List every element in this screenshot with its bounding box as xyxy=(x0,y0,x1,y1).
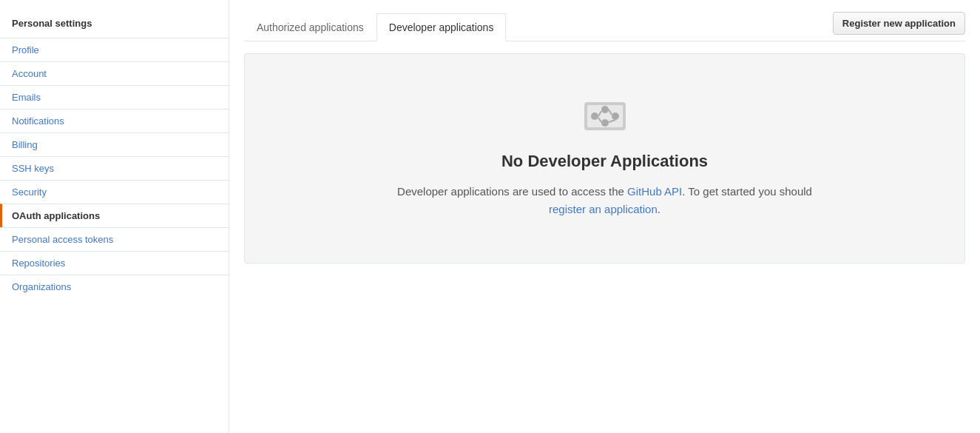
svg-point-3 xyxy=(601,106,609,113)
svg-point-2 xyxy=(591,113,598,120)
empty-desc-prefix: Developer applications are used to acces… xyxy=(397,185,627,198)
empty-desc-suffix: . xyxy=(658,203,660,215)
sidebar-item-profile[interactable]: Profile xyxy=(0,38,229,61)
sidebar-item-personal-access-tokens[interactable]: Personal access tokens xyxy=(0,227,229,251)
empty-state-title: No Developer Applications xyxy=(274,152,935,171)
oauth-apps-icon xyxy=(583,98,627,134)
sidebar-item-organizations[interactable]: Organizations xyxy=(0,275,229,298)
sidebar-item-notifications[interactable]: Notifications xyxy=(0,109,229,132)
sidebar-title: Personal settings xyxy=(0,12,229,38)
sidebar: Personal settings ProfileAccountEmailsNo… xyxy=(0,0,229,433)
sidebar-nav: ProfileAccountEmailsNotificationsBilling… xyxy=(0,38,229,298)
empty-desc-middle: . To get started you should xyxy=(682,185,812,198)
empty-state-panel: No Developer Applications Developer appl… xyxy=(244,53,965,264)
register-new-application-button[interactable]: Register new application xyxy=(833,12,965,35)
empty-state-description: Developer applications are used to acces… xyxy=(274,183,935,218)
sidebar-item-billing[interactable]: Billing xyxy=(0,132,229,156)
sidebar-item-account[interactable]: Account xyxy=(0,61,229,85)
sidebar-item-ssh-keys[interactable]: SSH keys xyxy=(0,156,229,180)
register-application-link[interactable]: register an application xyxy=(549,203,658,215)
svg-point-5 xyxy=(601,119,609,127)
authorized-applications-tab[interactable]: Authorized applications xyxy=(244,13,376,41)
svg-point-4 xyxy=(612,113,619,120)
sidebar-item-repositories[interactable]: Repositories xyxy=(0,251,229,275)
developer-applications-tab[interactable]: Developer applications xyxy=(376,13,507,41)
app-layout: Personal settings ProfileAccountEmailsNo… xyxy=(0,0,980,433)
sidebar-item-emails[interactable]: Emails xyxy=(0,85,229,109)
tabs-header: Authorized applications Developer applic… xyxy=(244,12,965,41)
sidebar-item-oauth-applications[interactable]: OAuth applications xyxy=(0,204,229,227)
tabs-container: Authorized applications Developer applic… xyxy=(244,13,506,41)
github-api-link[interactable]: GitHub API xyxy=(627,185,682,198)
sidebar-item-security[interactable]: Security xyxy=(0,180,229,204)
main-content: Authorized applications Developer applic… xyxy=(229,0,980,433)
